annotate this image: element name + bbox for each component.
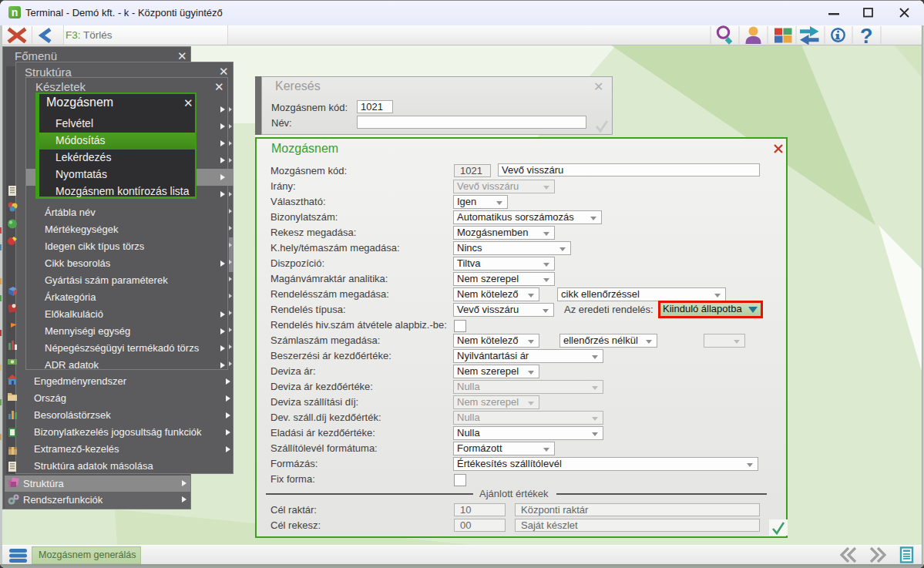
svg-text:?: ? bbox=[860, 25, 873, 45]
svg-text:n: n bbox=[12, 6, 18, 18]
